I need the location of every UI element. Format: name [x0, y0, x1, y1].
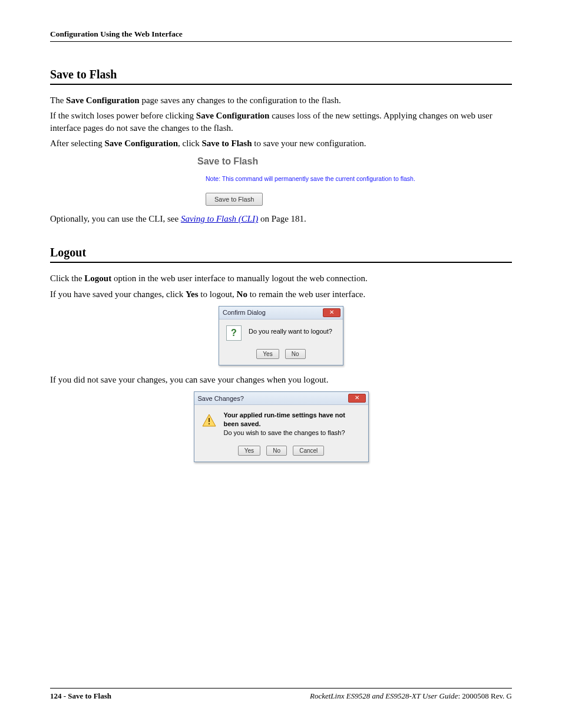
body-paragraph: If the switch loses power before clickin…	[50, 110, 512, 134]
footer-left: 124 - Save to Flash	[50, 691, 111, 701]
text: page saves any changes to the configurat…	[140, 95, 341, 105]
page-footer: 124 - Save to Flash RocketLinx ES9528 an…	[50, 688, 512, 701]
body-paragraph: After selecting Save Configuration, clic…	[50, 137, 512, 149]
body-paragraph: The Save Configuration page saves any ch…	[50, 94, 512, 106]
yes-button[interactable]: Yes	[238, 446, 260, 456]
cancel-button[interactable]: Cancel	[293, 446, 324, 456]
dialog-message: Do you really want to logout?	[249, 325, 332, 335]
xref-link[interactable]: Saving to Flash (CLI)	[181, 214, 258, 223]
no-button[interactable]: No	[285, 349, 306, 359]
text: If you have saved your changes, click	[50, 289, 186, 299]
text: After selecting	[50, 139, 104, 148]
text-bold: Your applied run-time settings have not …	[224, 411, 345, 427]
text-bold: Save Configuration	[104, 139, 178, 148]
text: to logout,	[199, 289, 237, 299]
text: to remain the web user interface.	[247, 289, 365, 299]
dialog-title-text: Confirm Dialog	[223, 309, 266, 316]
text-bold: Yes	[186, 289, 199, 299]
text: to save your new configuration.	[252, 139, 366, 148]
svg-rect-1	[209, 418, 210, 422]
body-paragraph: Click the Logout option in the web user …	[50, 272, 512, 284]
warning-icon	[201, 413, 217, 427]
dialog-body: Your applied run-time settings have not …	[194, 405, 368, 441]
dialog-buttons: Yes No Cancel	[194, 441, 368, 462]
save-to-flash-button[interactable]: Save to Flash	[206, 193, 263, 206]
text-bold: Save to Flash	[201, 139, 252, 148]
dialog-titlebar: Confirm Dialog ✕	[219, 307, 343, 319]
confirm-dialog: Confirm Dialog ✕ ? Do you really want to…	[219, 306, 343, 365]
text: Do you wish to save the changes to flash…	[224, 429, 345, 436]
section-title-logout: Logout	[50, 246, 512, 259]
body-paragraph: Optionally, you can use the CLI, see Sav…	[50, 213, 512, 225]
text: The	[50, 95, 66, 105]
rule	[50, 84, 512, 85]
close-icon[interactable]: ✕	[348, 394, 366, 403]
running-header: Configuration Using the Web Interface	[50, 29, 512, 42]
close-icon[interactable]: ✕	[323, 308, 340, 317]
footer-guide-title: RocketLinx ES9528 and ES9528-XT User Gui…	[310, 691, 458, 700]
text-bold: Save Configuration	[66, 95, 140, 105]
text: If the switch loses power before clickin…	[50, 111, 196, 120]
ui-note-text: Note: This command will permanently save…	[206, 175, 445, 182]
text: , click	[178, 139, 201, 148]
text-bold: Save Configuration	[196, 111, 270, 120]
dialog-title-text: Save Changes?	[198, 395, 244, 402]
footer-rev: : 2000508 Rev. G	[458, 691, 512, 700]
no-button[interactable]: No	[266, 446, 287, 456]
body-paragraph: If you have saved your changes, click Ye…	[50, 288, 512, 300]
text: option in the web user interface to manu…	[111, 274, 367, 283]
section-title-save: Save to Flash	[50, 68, 512, 81]
footer-right: RocketLinx ES9528 and ES9528-XT User Gui…	[310, 691, 512, 701]
dialog-titlebar: Save Changes? ✕	[194, 392, 368, 405]
yes-button[interactable]: Yes	[256, 349, 279, 359]
dialog-message: Your applied run-time settings have not …	[224, 411, 361, 437]
text-bold: Logout	[84, 274, 111, 283]
question-icon: ?	[226, 325, 242, 341]
text: Click the	[50, 274, 84, 283]
body-paragraph: If you did not save your changes, you ca…	[50, 374, 512, 386]
save-changes-dialog: Save Changes? ✕ Your applied run-time se…	[194, 391, 369, 462]
svg-rect-2	[209, 423, 210, 424]
text: Optionally, you can use the CLI, see	[50, 214, 181, 223]
dialog-body: ? Do you really want to logout?	[219, 319, 343, 344]
dialog-buttons: Yes No	[219, 344, 343, 365]
ui-heading: Save to Flash	[197, 156, 445, 167]
embedded-ui-save-to-flash: Save to Flash Note: This command will pe…	[197, 156, 445, 206]
text-bold: No	[237, 289, 247, 299]
text: on Page 181.	[258, 214, 306, 223]
rule	[50, 262, 512, 263]
